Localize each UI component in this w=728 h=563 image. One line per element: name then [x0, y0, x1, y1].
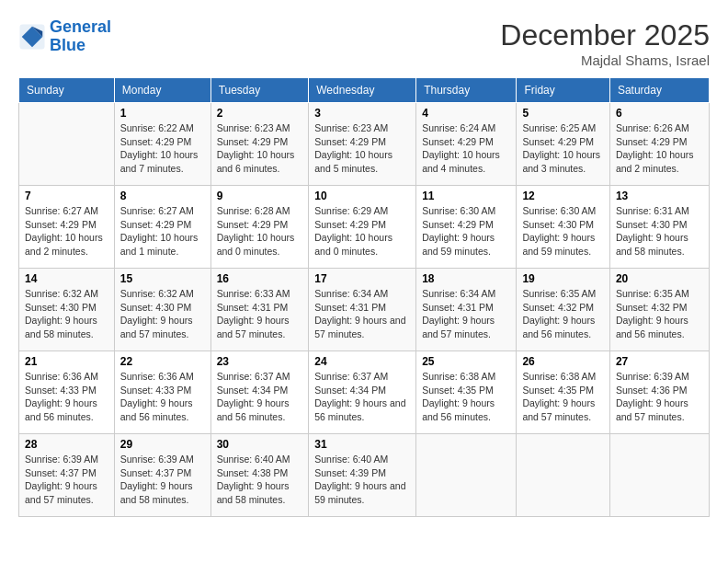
calendar-cell: 6Sunrise: 6:26 AMSunset: 4:29 PMDaylight… — [609, 103, 709, 186]
weekday-header: Monday — [114, 78, 210, 103]
day-number: 21 — [25, 355, 108, 368]
day-number: 6 — [616, 107, 703, 120]
calendar-cell: 10Sunrise: 6:29 AMSunset: 4:29 PMDayligh… — [309, 186, 416, 269]
day-info: Sunrise: 6:35 AMSunset: 4:32 PMDaylight:… — [522, 287, 603, 341]
day-info: Sunrise: 6:40 AMSunset: 4:39 PMDaylight:… — [314, 453, 410, 507]
day-info: Sunrise: 6:23 AMSunset: 4:29 PMDaylight:… — [314, 121, 410, 176]
day-number: 31 — [314, 438, 410, 451]
day-number: 13 — [616, 190, 703, 202]
calendar-cell — [517, 434, 609, 517]
day-number: 22 — [120, 355, 205, 368]
calendar-week-row: 28Sunrise: 6:39 AMSunset: 4:37 PMDayligh… — [19, 434, 710, 517]
day-number: 23 — [217, 355, 303, 368]
calendar-week-row: 7Sunrise: 6:27 AMSunset: 4:29 PMDaylight… — [19, 186, 710, 269]
day-number: 24 — [314, 355, 410, 368]
day-number: 12 — [522, 190, 603, 202]
day-number: 16 — [217, 272, 303, 285]
calendar-cell: 3Sunrise: 6:23 AMSunset: 4:29 PMDaylight… — [309, 103, 416, 186]
day-number: 5 — [522, 107, 603, 120]
day-number: 28 — [25, 438, 108, 451]
calendar-cell — [416, 434, 517, 517]
calendar-cell: 19Sunrise: 6:35 AMSunset: 4:32 PMDayligh… — [517, 269, 609, 351]
calendar-cell: 17Sunrise: 6:34 AMSunset: 4:31 PMDayligh… — [309, 269, 416, 351]
calendar-cell: 28Sunrise: 6:39 AMSunset: 4:37 PMDayligh… — [19, 434, 115, 517]
day-number: 1 — [120, 107, 205, 120]
day-number: 9 — [217, 190, 303, 202]
day-number: 4 — [422, 107, 510, 120]
calendar-cell: 22Sunrise: 6:36 AMSunset: 4:33 PMDayligh… — [114, 351, 210, 434]
weekday-header: Friday — [517, 78, 609, 103]
calendar-cell: 24Sunrise: 6:37 AMSunset: 4:34 PMDayligh… — [309, 351, 416, 434]
calendar-cell: 29Sunrise: 6:39 AMSunset: 4:37 PMDayligh… — [114, 434, 210, 517]
calendar-cell: 2Sunrise: 6:23 AMSunset: 4:29 PMDaylight… — [210, 103, 309, 186]
day-number: 19 — [522, 272, 603, 285]
calendar-cell: 26Sunrise: 6:38 AMSunset: 4:35 PMDayligh… — [517, 351, 609, 434]
title-block: December 2025 Majdal Shams, Israel — [500, 18, 710, 68]
day-number: 25 — [422, 355, 510, 368]
day-number: 20 — [616, 272, 703, 285]
weekday-header: Thursday — [416, 78, 517, 103]
calendar-cell: 7Sunrise: 6:27 AMSunset: 4:29 PMDaylight… — [19, 186, 115, 269]
day-info: Sunrise: 6:25 AMSunset: 4:29 PMDaylight:… — [522, 121, 603, 176]
calendar-cell: 27Sunrise: 6:39 AMSunset: 4:36 PMDayligh… — [609, 351, 709, 434]
calendar-header-row: SundayMondayTuesdayWednesdayThursdayFrid… — [19, 78, 710, 103]
day-info: Sunrise: 6:28 AMSunset: 4:29 PMDaylight:… — [217, 204, 303, 259]
day-number: 29 — [120, 438, 205, 451]
calendar-cell: 23Sunrise: 6:37 AMSunset: 4:34 PMDayligh… — [210, 351, 309, 434]
day-info: Sunrise: 6:32 AMSunset: 4:30 PMDaylight:… — [25, 287, 108, 341]
day-info: Sunrise: 6:40 AMSunset: 4:38 PMDaylight:… — [217, 453, 303, 507]
day-info: Sunrise: 6:35 AMSunset: 4:32 PMDaylight:… — [616, 287, 703, 341]
day-info: Sunrise: 6:38 AMSunset: 4:35 PMDaylight:… — [422, 370, 510, 424]
weekday-header: Tuesday — [210, 78, 309, 103]
day-number: 8 — [120, 190, 205, 202]
day-info: Sunrise: 6:23 AMSunset: 4:29 PMDaylight:… — [217, 121, 303, 176]
day-info: Sunrise: 6:32 AMSunset: 4:30 PMDaylight:… — [120, 287, 205, 341]
day-info: Sunrise: 6:37 AMSunset: 4:34 PMDaylight:… — [314, 370, 410, 424]
calendar-cell: 25Sunrise: 6:38 AMSunset: 4:35 PMDayligh… — [416, 351, 517, 434]
weekday-header: Sunday — [19, 78, 115, 103]
day-info: Sunrise: 6:33 AMSunset: 4:31 PMDaylight:… — [217, 287, 303, 341]
logo-icon — [18, 23, 46, 51]
day-number: 10 — [314, 190, 410, 202]
calendar-week-row: 14Sunrise: 6:32 AMSunset: 4:30 PMDayligh… — [19, 269, 710, 351]
logo-line1: General — [50, 17, 111, 36]
day-info: Sunrise: 6:31 AMSunset: 4:30 PMDaylight:… — [616, 204, 703, 259]
day-number: 27 — [616, 355, 703, 368]
calendar-cell: 8Sunrise: 6:27 AMSunset: 4:29 PMDaylight… — [114, 186, 210, 269]
day-number: 7 — [25, 190, 108, 202]
day-info: Sunrise: 6:22 AMSunset: 4:29 PMDaylight:… — [120, 121, 205, 176]
day-number: 26 — [522, 355, 603, 368]
calendar-cell: 30Sunrise: 6:40 AMSunset: 4:38 PMDayligh… — [210, 434, 309, 517]
calendar-week-row: 1Sunrise: 6:22 AMSunset: 4:29 PMDaylight… — [19, 103, 710, 186]
calendar-cell: 20Sunrise: 6:35 AMSunset: 4:32 PMDayligh… — [609, 269, 709, 351]
calendar-cell: 5Sunrise: 6:25 AMSunset: 4:29 PMDaylight… — [517, 103, 609, 186]
logo: General Blue — [18, 18, 111, 55]
day-number: 3 — [314, 107, 410, 120]
calendar-cell: 31Sunrise: 6:40 AMSunset: 4:39 PMDayligh… — [309, 434, 416, 517]
calendar-week-row: 21Sunrise: 6:36 AMSunset: 4:33 PMDayligh… — [19, 351, 710, 434]
calendar-cell: 9Sunrise: 6:28 AMSunset: 4:29 PMDaylight… — [210, 186, 309, 269]
day-info: Sunrise: 6:37 AMSunset: 4:34 PMDaylight:… — [217, 370, 303, 424]
day-info: Sunrise: 6:34 AMSunset: 4:31 PMDaylight:… — [422, 287, 510, 341]
day-info: Sunrise: 6:38 AMSunset: 4:35 PMDaylight:… — [522, 370, 603, 424]
day-number: 17 — [314, 272, 410, 285]
day-number: 2 — [217, 107, 303, 120]
weekday-header: Wednesday — [309, 78, 416, 103]
location: Majdal Shams, Israel — [500, 52, 710, 68]
day-number: 14 — [25, 272, 108, 285]
day-info: Sunrise: 6:26 AMSunset: 4:29 PMDaylight:… — [616, 121, 703, 176]
day-info: Sunrise: 6:36 AMSunset: 4:33 PMDaylight:… — [25, 370, 108, 424]
day-info: Sunrise: 6:39 AMSunset: 4:36 PMDaylight:… — [616, 370, 703, 424]
day-info: Sunrise: 6:30 AMSunset: 4:29 PMDaylight:… — [422, 204, 510, 259]
calendar-cell: 12Sunrise: 6:30 AMSunset: 4:30 PMDayligh… — [517, 186, 609, 269]
calendar-cell: 14Sunrise: 6:32 AMSunset: 4:30 PMDayligh… — [19, 269, 115, 351]
day-info: Sunrise: 6:34 AMSunset: 4:31 PMDaylight:… — [314, 287, 410, 341]
day-info: Sunrise: 6:39 AMSunset: 4:37 PMDaylight:… — [120, 453, 205, 507]
day-info: Sunrise: 6:29 AMSunset: 4:29 PMDaylight:… — [314, 204, 410, 259]
calendar-cell: 1Sunrise: 6:22 AMSunset: 4:29 PMDaylight… — [114, 103, 210, 186]
calendar-cell — [609, 434, 709, 517]
day-number: 30 — [217, 438, 303, 451]
calendar-cell: 15Sunrise: 6:32 AMSunset: 4:30 PMDayligh… — [114, 269, 210, 351]
month-title: December 2025 — [500, 18, 710, 52]
day-info: Sunrise: 6:27 AMSunset: 4:29 PMDaylight:… — [25, 204, 108, 259]
